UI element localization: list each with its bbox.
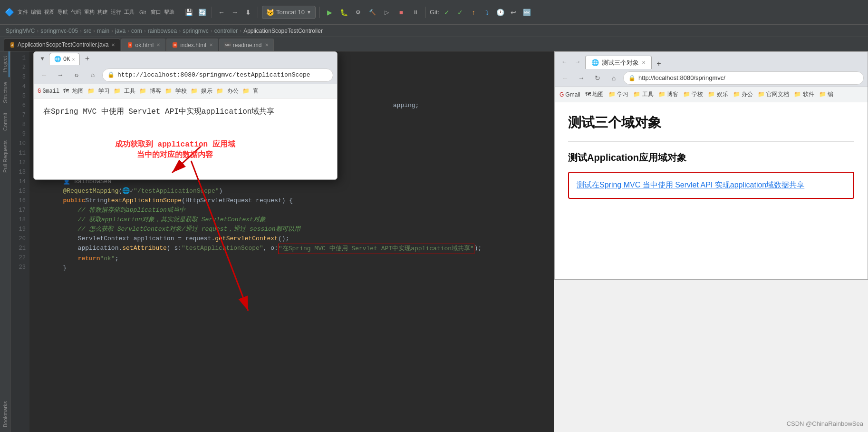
bm-tools[interactable]: 📁 工具: [114, 87, 135, 95]
nav-menu[interactable]: 导航: [57, 7, 68, 18]
home-btn[interactable]: ⌂: [86, 69, 99, 82]
rb-bm-docs[interactable]: 📁 官网文档: [758, 90, 789, 98]
translate-icon[interactable]: 🔤: [521, 7, 532, 18]
bc-springmvc2: springmvc: [183, 28, 209, 34]
run-button[interactable]: ▶: [324, 6, 336, 19]
tomcat-icon: 🐱: [266, 9, 274, 16]
forward-nav-btn[interactable]: →: [54, 69, 67, 82]
tab-java-controller[interactable]: J ApplicationScopeTestController.java ✕: [4, 39, 120, 51]
bc-sep6: ›: [144, 28, 146, 34]
browser-favicon: 🌐: [54, 56, 61, 63]
commit-panel-label[interactable]: Commit: [1, 108, 9, 136]
right-browser-window[interactable]: ← → 🌐 测试三个对象 ✕ + ← → ↻ ⌂ 🔒 http://localh…: [554, 51, 868, 280]
view-menu[interactable]: 视图: [44, 7, 55, 18]
git-undo-icon[interactable]: ↩: [508, 7, 519, 18]
rb-bm-map[interactable]: 🗺 地图: [585, 90, 604, 98]
git-push-icon[interactable]: ↑: [468, 7, 479, 18]
back-btn[interactable]: ←: [38, 69, 51, 82]
rb-new-tab[interactable]: +: [654, 59, 664, 69]
rb-content: 测试三个域对象 测试Application应用域对象 测试在Spring MVC…: [555, 102, 868, 218]
bm-school[interactable]: 📁 学校: [165, 87, 187, 95]
run-menu[interactable]: 运行: [110, 7, 122, 18]
git-menu[interactable]: Git: [137, 7, 148, 18]
structure-panel-label[interactable]: Structure: [1, 77, 9, 108]
rb-home-btn[interactable]: ⌂: [607, 71, 620, 85]
rb-bm-blog[interactable]: 📁 博客: [658, 90, 678, 98]
rb-address-bar[interactable]: 🔒 http://localhost:8080/springmvc/: [623, 71, 864, 85]
refactor-menu[interactable]: 重构: [84, 7, 95, 18]
bm-map[interactable]: 🗺 地图: [63, 87, 84, 95]
left-sidebar: Project Structure Commit Pull Requests B…: [0, 51, 10, 432]
build-button[interactable]: 🔨: [366, 6, 379, 19]
csdn-watermark: CSDN @ChinaRainbowSea: [787, 420, 863, 427]
sep4: [319, 7, 320, 18]
tab-collapse-btn[interactable]: ▼: [38, 54, 47, 64]
rb-bm-study[interactable]: 📁 学习: [608, 90, 628, 98]
stop-button[interactable]: ■: [395, 6, 407, 19]
pull-requests-label[interactable]: Pull Requests: [1, 136, 9, 177]
git-fetch-icon[interactable]: ⤵: [481, 7, 492, 18]
bm-study[interactable]: 📁 学习: [87, 87, 109, 95]
browser-new-tab[interactable]: +: [82, 54, 92, 64]
bm-blog[interactable]: 📁 博客: [139, 87, 161, 95]
tab-index-close[interactable]: ✕: [209, 42, 213, 48]
tab-index-html[interactable]: H index.html ✕: [166, 39, 218, 51]
browser-nav: ← → ↻ ⌂ 🔒 http://localhost:8080/springmv…: [34, 66, 337, 84]
rb-tab-close[interactable]: ✕: [642, 60, 646, 65]
tab-readme[interactable]: MD readme.md ✕: [219, 39, 274, 51]
browser-tab-ok[interactable]: 🌐 OK ✕: [49, 53, 80, 65]
right-browser-tab[interactable]: 🌐 测试三个对象 ✕: [585, 56, 652, 69]
run-config-button[interactable]: ⚙: [352, 6, 365, 19]
tab-ok-close[interactable]: ✕: [156, 42, 160, 48]
rb-bm-office[interactable]: 📁 办公: [733, 90, 753, 98]
build-menu[interactable]: 构建: [97, 7, 108, 18]
rb-action-link[interactable]: 测试在Spring MVC 当中使用 Servlet API 实现applica…: [577, 181, 804, 189]
sync-icon[interactable]: 🔄: [196, 7, 208, 18]
app-icon[interactable]: 🔷: [4, 7, 15, 18]
file-menu[interactable]: 文件: [17, 7, 29, 18]
help-menu[interactable]: 帮助: [164, 7, 175, 18]
back-icon[interactable]: ←: [216, 7, 227, 18]
rb-bookmarks: G Gmail 🗺 地图 📁 学习 📁 工具 📁 博客 📁 学校 📁 娱乐 📁 …: [555, 87, 868, 102]
git-check2-icon[interactable]: ✓: [454, 7, 466, 18]
tools-menu[interactable]: 工具: [124, 7, 135, 18]
more-run-button[interactable]: ▷: [381, 6, 393, 19]
ln-6: 6: [10, 101, 26, 110]
save-icon[interactable]: 💾: [183, 7, 194, 18]
bm-gmail[interactable]: G Gmail: [38, 88, 59, 95]
bookmarks-label[interactable]: Bookmarks: [1, 396, 9, 432]
tab-java-close[interactable]: ✕: [111, 42, 115, 48]
git-history-icon[interactable]: 🕐: [494, 7, 506, 18]
address-bar[interactable]: 🔒 http://localhost:8080/springmvc/testAp…: [102, 69, 333, 82]
down-icon[interactable]: ⬇: [242, 7, 254, 18]
rb-next-btn[interactable]: →: [572, 56, 583, 67]
rb-back-btn[interactable]: ←: [559, 71, 572, 85]
rb-bm-tools[interactable]: 📁 工具: [633, 90, 653, 98]
project-panel-label[interactable]: Project: [1, 51, 10, 77]
edit-menu[interactable]: 编辑: [30, 7, 42, 18]
reload-btn[interactable]: ↻: [70, 69, 83, 82]
rb-forward-btn[interactable]: →: [575, 71, 588, 85]
tab-ok-html[interactable]: H ok.html ✕: [121, 39, 165, 51]
window-menu[interactable]: 窗口: [150, 7, 162, 18]
rb-bm-more[interactable]: 📁 编: [819, 90, 833, 98]
rb-bm-gmail[interactable]: G Gmail: [559, 91, 580, 98]
rb-bm-software[interactable]: 📁 软件: [794, 90, 814, 98]
browser-popup-window[interactable]: ▼ 🌐 OK ✕ + ← → ↻ ⌂ 🔒 http://localhost:80…: [33, 51, 338, 180]
ln-20: 20: [10, 234, 26, 244]
git-check-icon[interactable]: ✓: [441, 7, 453, 18]
bm-office[interactable]: 📁 办公: [216, 87, 238, 95]
bm-official[interactable]: 📁 官: [242, 87, 259, 95]
forward-icon[interactable]: →: [229, 7, 241, 18]
pause-button[interactable]: ⏸: [409, 6, 422, 19]
rb-bm-ent[interactable]: 📁 娱乐: [708, 90, 728, 98]
rb-reload-btn[interactable]: ↻: [591, 71, 604, 85]
tab-readme-close[interactable]: ✕: [265, 42, 269, 48]
tomcat-selector[interactable]: 🐱 Tomcat 10 ▼: [262, 6, 316, 19]
rb-bm-school[interactable]: 📁 学校: [683, 90, 703, 98]
browser-tab-close[interactable]: ✕: [72, 57, 75, 62]
code-menu[interactable]: 代码: [70, 7, 82, 18]
bm-ent[interactable]: 📁 娱乐: [191, 87, 212, 95]
debug-run-button[interactable]: 🐛: [338, 6, 350, 19]
rb-prev-btn[interactable]: ←: [559, 56, 570, 67]
